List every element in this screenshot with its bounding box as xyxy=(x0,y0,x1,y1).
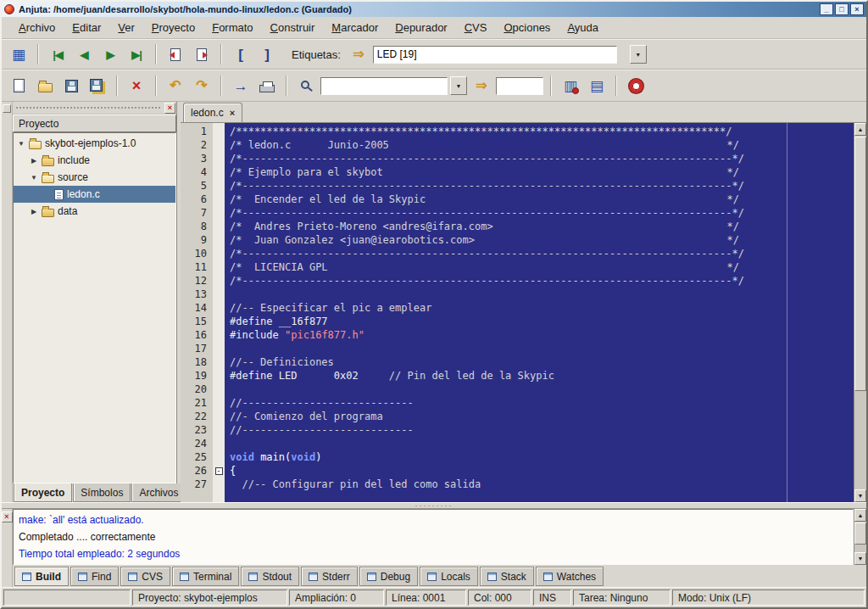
message-line[interactable]: make: `all' está actualizado. xyxy=(19,511,848,528)
sidebar-close-button[interactable]: × xyxy=(164,103,175,114)
panel-tab[interactable]: Terminal xyxy=(172,567,239,586)
menu-item[interactable]: Depurador xyxy=(387,18,455,37)
last-bookmark-button[interactable]: ▶| xyxy=(125,42,148,66)
jump-arrow-icon: ⇒ xyxy=(353,47,364,61)
tree-item[interactable]: ▶ data xyxy=(14,203,175,220)
fold-minus-icon[interactable]: - xyxy=(215,467,223,475)
fold-margin xyxy=(213,342,225,355)
pane-splitter[interactable] xyxy=(2,502,866,509)
open-file-button[interactable] xyxy=(33,74,57,98)
save-all-button[interactable] xyxy=(86,74,109,98)
prev-bookmark-button[interactable]: ◀ xyxy=(72,42,96,66)
save-button[interactable] xyxy=(59,74,83,98)
tag-jump-button[interactable]: ⇒ xyxy=(347,42,370,66)
code-text: /* Ejemplo para el skybot*/ xyxy=(225,165,739,179)
tree-item[interactable]: ▼ skybot-ejemplos-1.0 xyxy=(14,135,175,152)
code-line: 4 /* Ejemplo para el skybot*/ xyxy=(181,165,854,179)
tags-combo-input[interactable] xyxy=(373,46,617,64)
context-help-button[interactable] xyxy=(624,74,648,98)
save-all-icon xyxy=(90,79,103,92)
message-line[interactable]: Tiempo total empleado: 2 segundos xyxy=(19,545,848,562)
next-bookmark-button[interactable]: ▶ xyxy=(98,42,122,66)
line-number: 15 xyxy=(181,315,213,328)
panel-tab[interactable]: Build xyxy=(14,567,69,586)
tree-item[interactable]: ledon.c xyxy=(14,186,175,203)
minimize-button[interactable]: _ xyxy=(820,3,833,15)
new-file-button[interactable] xyxy=(7,74,31,98)
sidebar-tab[interactable]: Proyecto xyxy=(14,483,72,502)
editor-tab[interactable]: ledon.c × xyxy=(183,103,242,122)
scrollbar-thumb[interactable] xyxy=(854,522,866,545)
scrollbar-track[interactable] xyxy=(854,522,866,552)
next-message-button[interactable] xyxy=(190,42,214,66)
prev-message-button[interactable] xyxy=(164,42,187,66)
menu-item[interactable]: Ayuda xyxy=(559,18,607,37)
panel-tab[interactable]: Stack xyxy=(480,567,534,586)
block-end-button[interactable]: ] xyxy=(255,42,279,66)
line-number: 1 xyxy=(181,125,213,138)
find-button[interactable] xyxy=(294,74,318,98)
code-line: 21 //---------------------------- xyxy=(181,396,854,410)
tags-dropdown-button[interactable]: ▼ xyxy=(630,45,647,64)
menu-item[interactable]: Archivo xyxy=(10,18,64,37)
first-bookmark-button[interactable]: |◀ xyxy=(46,42,70,66)
tree-item[interactable]: ▶ include xyxy=(14,152,175,169)
line-entry-input[interactable] xyxy=(496,77,543,95)
messages-close-button[interactable]: × xyxy=(2,511,13,522)
tree-expander-icon[interactable]: ▼ xyxy=(30,174,38,182)
scroll-down-button[interactable]: ▼ xyxy=(854,489,866,502)
first-icon: |◀ xyxy=(53,49,63,60)
print-button[interactable] xyxy=(255,74,279,98)
menu-item[interactable]: Opciones xyxy=(495,18,559,37)
notebook-button[interactable]: ▥ xyxy=(559,74,582,98)
menu-item[interactable]: Marcador xyxy=(323,18,387,37)
sidebar-grip[interactable]: × xyxy=(13,102,176,115)
menu-item[interactable]: CVS xyxy=(456,18,496,37)
tree-item-label: data xyxy=(58,205,77,217)
panel-tab[interactable]: Debug xyxy=(359,567,418,586)
close-button[interactable]: × xyxy=(850,3,864,15)
undo-button[interactable]: ↶ xyxy=(164,74,187,98)
log-window-button[interactable]: ▤ xyxy=(585,74,609,98)
panel-tab[interactable]: CVS xyxy=(120,567,170,586)
panel-tab[interactable]: Find xyxy=(70,567,119,586)
dock-handle-button[interactable] xyxy=(3,104,11,113)
panel-tab-icon xyxy=(543,573,553,581)
tree-expander-icon[interactable]: ▶ xyxy=(30,157,38,165)
menu-item[interactable]: Ver xyxy=(109,18,143,37)
panel-tab[interactable]: Stderr xyxy=(301,567,358,586)
scroll-up-button[interactable]: ▲ xyxy=(854,509,866,522)
scroll-down-button[interactable]: ▼ xyxy=(854,552,866,565)
sidebar-tab[interactable]: Archivos xyxy=(131,483,186,502)
tree-expander-icon[interactable]: ▼ xyxy=(17,140,25,148)
tree-expander-icon[interactable]: ▶ xyxy=(30,208,38,215)
goto-line-button[interactable]: → xyxy=(229,74,253,98)
menu-item[interactable]: Proyecto xyxy=(143,18,203,37)
message-line[interactable]: Completado .... correctamente xyxy=(19,528,848,545)
code-line: 13 xyxy=(181,288,854,301)
panel-tab[interactable]: Locals xyxy=(420,567,478,586)
title-bar[interactable]: Anjuta: /home/juan/desarrollo/skybot/hol… xyxy=(2,2,866,17)
menu-item[interactable]: Construir xyxy=(262,18,324,37)
panel-tab[interactable]: Stdout xyxy=(241,567,299,586)
line-number: 21 xyxy=(181,396,213,410)
search-input[interactable] xyxy=(320,77,448,95)
tree-item[interactable]: ▼ source xyxy=(14,169,175,186)
sidebar-tab[interactable]: Símbolos xyxy=(73,483,131,502)
scrollbar-thumb[interactable] xyxy=(854,137,866,391)
menu-item[interactable]: Formato xyxy=(203,18,261,37)
code-editor[interactable]: 1 /*************************************… xyxy=(181,123,854,502)
search-jump-button[interactable]: ⇒ xyxy=(470,74,493,98)
scrollbar-track[interactable] xyxy=(854,136,866,489)
redo-button[interactable]: ↷ xyxy=(190,74,214,98)
maximize-button[interactable]: □ xyxy=(835,3,849,15)
close-file-button[interactable]: × xyxy=(125,74,148,98)
anjuta-logo-icon xyxy=(4,4,14,14)
menu-item[interactable]: Editar xyxy=(64,18,109,37)
tags-grid-button[interactable]: ▦ xyxy=(7,42,31,66)
search-dropdown-button[interactable]: ▼ xyxy=(450,76,467,95)
block-start-button[interactable]: [ xyxy=(229,42,253,66)
tab-close-icon[interactable]: × xyxy=(230,109,235,118)
scroll-up-button[interactable]: ▲ xyxy=(854,123,866,136)
panel-tab[interactable]: Watches xyxy=(536,567,604,586)
